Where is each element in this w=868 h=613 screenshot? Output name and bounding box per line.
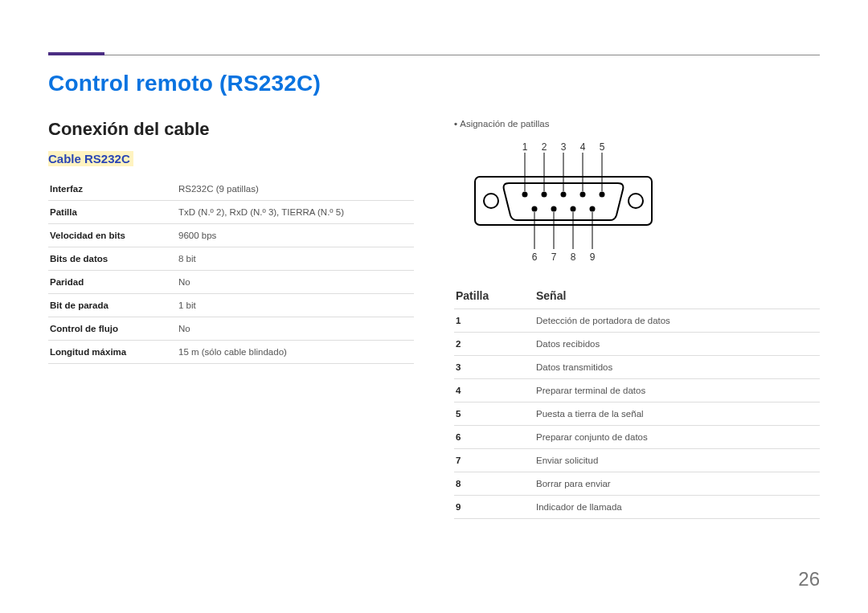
- spec-label: Interfaz: [48, 178, 177, 201]
- spec-row: PatillaTxD (N.º 2), RxD (N.º 3), TIERRA …: [48, 201, 414, 224]
- spec-label: Patilla: [48, 201, 177, 224]
- spec-value: No: [177, 271, 414, 294]
- svg-point-13: [532, 206, 538, 212]
- spec-row: InterfazRS232C (9 patillas): [48, 178, 414, 201]
- spec-value: 8 bit: [177, 247, 414, 271]
- pin-signal: Preparar conjunto de datos: [534, 426, 820, 449]
- pin-label-top: 2: [542, 141, 547, 153]
- pin-row: 9Indicador de llamada: [454, 496, 820, 519]
- pin-signal: Enviar solicitud: [534, 449, 820, 472]
- cable-heading: Cable RS232C: [48, 151, 133, 166]
- pin-number: 8: [454, 472, 534, 496]
- spec-value: 9600 bps: [177, 224, 414, 247]
- pin-number: 1: [454, 309, 534, 333]
- spec-row: Velocidad en bits9600 bps: [48, 224, 414, 247]
- pin-label-bottom: 7: [551, 251, 557, 263]
- svg-point-8: [522, 192, 528, 198]
- pin-label-bottom: 8: [571, 251, 576, 263]
- section-heading: Conexión del cable: [48, 119, 414, 140]
- pin-signal: Borrar para enviar: [534, 472, 820, 496]
- pin-label-bottom: 9: [590, 251, 596, 263]
- header-accent: [48, 52, 104, 55]
- pin-number: 5: [454, 403, 534, 426]
- spec-value: TxD (N.º 2), RxD (N.º 3), TIERRA (N.º 5): [177, 201, 414, 224]
- left-column: Conexión del cable Cable RS232C Interfaz…: [48, 119, 414, 519]
- pin-signal: Datos transmitidos: [534, 356, 820, 379]
- pin-label-bottom: 6: [532, 251, 538, 263]
- spec-label: Control de flujo: [48, 317, 177, 341]
- spec-value: 15 m (sólo cable blindado): [177, 341, 414, 364]
- svg-point-16: [590, 206, 596, 212]
- pin-signal: Puesta a tierra de la señal: [534, 403, 820, 426]
- svg-point-9: [542, 192, 547, 198]
- pin-number: 9: [454, 496, 534, 519]
- pin-row: 6Preparar conjunto de datos: [454, 426, 820, 449]
- pin-label-top: 1: [522, 141, 528, 153]
- page-number: 26: [798, 568, 820, 591]
- spec-label: Bits de datos: [48, 247, 177, 271]
- pin-signal: Indicador de llamada: [534, 496, 820, 519]
- pin-assignment-label: Asignación de patillas: [454, 119, 820, 129]
- svg-point-11: [580, 192, 586, 198]
- content-columns: Conexión del cable Cable RS232C Interfaz…: [48, 119, 820, 519]
- svg-point-10: [561, 192, 567, 198]
- spec-row: Control de flujoNo: [48, 317, 414, 341]
- pin-number: 4: [454, 379, 534, 403]
- pin-row: 5Puesta a tierra de la señal: [454, 403, 820, 426]
- signal-header: Señal: [534, 283, 820, 309]
- spec-row: ParidadNo: [48, 271, 414, 294]
- pin-row: 2Datos recibidos: [454, 333, 820, 356]
- pin-signal: Datos recibidos: [534, 333, 820, 356]
- pin-number: 6: [454, 426, 534, 449]
- spec-value: 1 bit: [177, 294, 414, 317]
- pin-row: 8Borrar para enviar: [454, 472, 820, 496]
- svg-point-14: [551, 206, 557, 212]
- spec-row: Bits de datos8 bit: [48, 247, 414, 271]
- db9-connector-diagram: 12345 6789: [459, 138, 668, 267]
- pin-number: 7: [454, 449, 534, 472]
- cable-spec-table: InterfazRS232C (9 patillas)PatillaTxD (N…: [48, 178, 414, 364]
- pin-number: 3: [454, 356, 534, 379]
- pin-signal-table: Patilla Señal 1Detección de portadora de…: [454, 283, 820, 519]
- svg-point-7: [628, 194, 643, 208]
- spec-row: Bit de parada1 bit: [48, 294, 414, 317]
- spec-label: Velocidad en bits: [48, 224, 177, 247]
- pin-header: Patilla: [454, 283, 534, 309]
- svg-point-12: [600, 192, 605, 198]
- pin-number: 2: [454, 333, 534, 356]
- pin-row: 1Detección de portadora de datos: [454, 309, 820, 333]
- spec-label: Longitud máxima: [48, 341, 177, 364]
- right-column: Asignación de patillas 12345 6789 Patill: [454, 119, 820, 519]
- pin-label-top: 4: [580, 141, 586, 153]
- spec-label: Bit de parada: [48, 294, 177, 317]
- pin-signal: Preparar terminal de datos: [534, 379, 820, 403]
- svg-point-15: [571, 206, 576, 212]
- spec-row: Longitud máxima15 m (sólo cable blindado…: [48, 341, 414, 364]
- page-title: Control remoto (RS232C): [48, 71, 820, 96]
- pin-row: 3Datos transmitidos: [454, 356, 820, 379]
- pin-signal: Detección de portadora de datos: [534, 309, 820, 333]
- spec-label: Paridad: [48, 271, 177, 294]
- svg-point-6: [484, 194, 498, 208]
- pin-label-top: 3: [561, 141, 567, 153]
- pin-row: 7Enviar solicitud: [454, 449, 820, 472]
- spec-value: No: [177, 317, 414, 341]
- pin-row: 4Preparar terminal de datos: [454, 379, 820, 403]
- header-rule: [48, 55, 820, 55]
- pin-label-top: 5: [600, 141, 605, 153]
- spec-value: RS232C (9 patillas): [177, 178, 414, 201]
